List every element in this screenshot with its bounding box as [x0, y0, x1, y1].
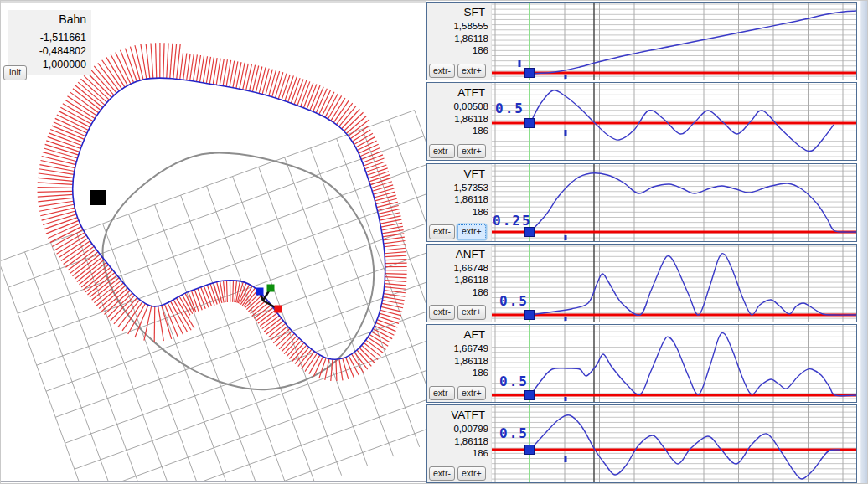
axis-z-marker: [275, 306, 282, 313]
panel-buttons: extr- extr+: [427, 64, 491, 80]
extr-plus-button[interactable]: extr+: [457, 224, 486, 239]
plot-position-marker[interactable]: [525, 69, 535, 78]
panel-values: 0,007991,86118186: [427, 423, 491, 460]
panel-values: 0,005081,86118186: [427, 100, 491, 137]
panel-buttons: extr- extr+: [427, 386, 491, 403]
panel-value: 186: [427, 44, 491, 57]
extr-minus-button[interactable]: extr-: [429, 224, 455, 239]
plot-canvas: [492, 3, 856, 80]
plot-canvas: [492, 325, 856, 402]
extr-minus-button[interactable]: extr-: [429, 144, 455, 159]
panel-value: 186: [427, 447, 491, 460]
application-window: Bahn -1,511661 -0,484802 1,000000 init S…: [0, 0, 868, 484]
panel-value: 1,86118: [427, 355, 491, 368]
extr-plus-button[interactable]: extr+: [457, 386, 486, 401]
panel-sidebar: SFT 1,585551,86118186 extr- extr+: [427, 3, 492, 80]
panel-sidebar: ATFT 0,005081,86118186 extr- extr+: [427, 83, 492, 160]
panel-value: 1,86118: [427, 435, 491, 448]
extr-plus-button[interactable]: extr+: [457, 144, 486, 159]
panel-value: 1,86118: [427, 33, 491, 45]
panel-value: 186: [427, 206, 491, 219]
panel-plot[interactable]: 0.5: [492, 405, 856, 482]
panel-plot[interactable]: 0.5: [492, 83, 856, 160]
path-3d-viewport[interactable]: Bahn -1,511661 -0,484802 1,000000 init: [1, 1, 426, 482]
path-coordinate-x: -1,511661: [11, 31, 86, 44]
panel-title: ANFT: [427, 245, 491, 262]
panel-plot[interactable]: 0.25: [492, 164, 856, 241]
panel-sidebar: VFT 1,573531,86118186 extr- extr+: [427, 164, 492, 241]
plot-canvas: [492, 164, 856, 241]
plot-position-marker[interactable]: [525, 310, 535, 319]
plot-canvas: [492, 245, 856, 322]
plot-curve: [530, 253, 856, 315]
path-coordinate-y: -0,484802: [11, 44, 86, 58]
normal-vector-ticks: [38, 43, 407, 381]
extr-minus-button[interactable]: extr-: [429, 64, 455, 79]
panel-plot[interactable]: 0.5: [492, 245, 856, 322]
panel-values: 1,573531,86118186: [427, 182, 491, 219]
panel-title: ATFT: [427, 83, 491, 100]
panel-buttons: extr- extr+: [427, 224, 491, 241]
ft-panel: ANFT 1,667481,86118186 extr- extr+ 0.5: [426, 244, 857, 322]
panel-sidebar: ANFT 1,667481,86118186 extr- extr+: [427, 245, 492, 322]
ft-panel: VATFT 0,007991,86118186 extr- extr+ 0.5: [426, 404, 857, 483]
extr-minus-button[interactable]: extr-: [429, 466, 455, 481]
panel-plot[interactable]: 0.5: [492, 325, 856, 402]
panel-title: SFT: [427, 3, 491, 20]
init-button[interactable]: init: [3, 65, 27, 80]
panel-buttons: extr- extr+: [427, 144, 491, 161]
panel-title: VFT: [427, 164, 491, 182]
panel-value: 186: [427, 286, 491, 299]
panel-value: 186: [427, 367, 491, 379]
extr-minus-button[interactable]: extr-: [429, 386, 455, 401]
plot-position-marker[interactable]: [525, 227, 535, 236]
panel-sidebar: AFT 1,667491,86118186 extr- extr+: [427, 325, 492, 402]
plot-position-marker[interactable]: [525, 445, 535, 455]
panel-value: 1,57353: [427, 182, 491, 194]
panel-value: 0,00508: [427, 100, 491, 113]
plot-panel-column: SFT 1,585551,86118186 extr- extr+ ATFT 0…: [426, 2, 857, 483]
panel-value: 1,86118: [427, 274, 491, 286]
vertical-scrollbar[interactable]: [860, 1, 868, 484]
panel-value: 1,86118: [427, 113, 491, 126]
path-info-title: Bahn: [11, 13, 86, 31]
ft-panel: AFT 1,667491,86118186 extr- extr+ 0.5: [426, 324, 857, 403]
plot-curve: [530, 11, 856, 74]
path-position-marker-3d[interactable]: [90, 190, 106, 205]
plot-canvas: [492, 83, 856, 160]
extr-plus-button[interactable]: extr+: [457, 305, 486, 320]
extr-plus-button[interactable]: extr+: [457, 64, 486, 79]
plot-canvas: [492, 405, 856, 482]
panel-value: 1,66748: [427, 262, 491, 275]
panel-buttons: extr- extr+: [427, 305, 491, 322]
panel-value: 186: [427, 125, 491, 137]
panel-value: 1,86118: [427, 193, 491, 206]
axis-x-marker: [256, 288, 264, 296]
extr-minus-button[interactable]: extr-: [429, 305, 455, 320]
panel-value: 0,00799: [427, 423, 491, 435]
panel-title: VATFT: [427, 405, 491, 423]
plot-curve: [530, 172, 856, 231]
orientation-triad: [256, 285, 282, 313]
panel-value: 1,66749: [427, 342, 491, 355]
panel-values: 1,667491,86118186: [427, 342, 491, 379]
panel-title: AFT: [427, 325, 491, 342]
panel-values: 1,667481,86118186: [427, 262, 491, 299]
ft-panel: VFT 1,573531,86118186 extr- extr+ 0.25: [426, 163, 857, 242]
panel-plot[interactable]: [492, 3, 856, 80]
scrollbar-thumb[interactable]: [861, 1, 868, 484]
extr-plus-button[interactable]: extr+: [457, 466, 486, 481]
plot-position-marker[interactable]: [525, 119, 535, 128]
axis-y-marker: [267, 285, 275, 292]
panel-value: 1,58555: [427, 20, 491, 33]
panel-buttons: extr- extr+: [427, 466, 491, 483]
ft-panel: SFT 1,585551,86118186 extr- extr+: [426, 2, 857, 80]
plot-position-marker[interactable]: [525, 391, 535, 400]
panel-values: 1,585551,86118186: [427, 20, 491, 57]
ft-panel: ATFT 0,005081,86118186 extr- extr+ 0.5: [426, 82, 857, 161]
panel-sidebar: VATFT 0,007991,86118186 extr- extr+: [427, 405, 492, 482]
plot-curve: [530, 415, 840, 479]
